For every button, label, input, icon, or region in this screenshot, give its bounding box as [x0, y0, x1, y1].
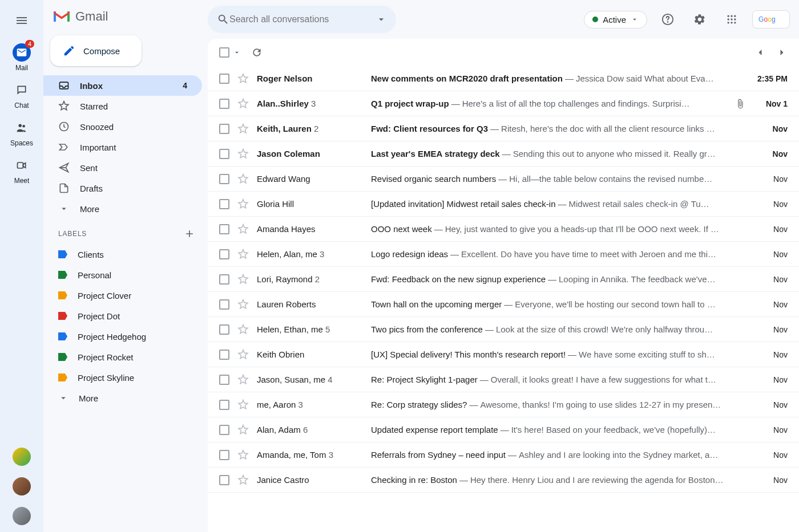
nav-more[interactable]: More	[43, 198, 202, 219]
email-row[interactable]: Amanda, me, Tom 3 Referrals from Sydney …	[208, 442, 799, 468]
sender: Amanda Hayes	[257, 224, 363, 234]
google-account-button[interactable]: Goog	[752, 10, 790, 29]
label-clients[interactable]: Clients	[43, 244, 208, 265]
row-checkbox[interactable]	[219, 149, 229, 159]
search-bar[interactable]	[208, 6, 396, 33]
label-personal[interactable]: Personal	[43, 265, 208, 285]
logo[interactable]: Gmail	[43, 5, 208, 35]
rail-meet[interactable]: Meet	[5, 152, 39, 189]
snippet: Sending this out to anyone who missed it…	[513, 149, 716, 159]
status-avatar-3[interactable]	[13, 507, 31, 525]
email-row[interactable]: Roger Nelson New comments on MCR2020 dra…	[208, 66, 799, 91]
label-project-clover[interactable]: Project Clover	[43, 285, 208, 306]
select-all[interactable]	[219, 47, 241, 58]
label-tag-icon	[58, 291, 67, 299]
select-all-checkbox[interactable]	[219, 47, 229, 58]
row-checkbox[interactable]	[219, 375, 229, 385]
star-icon[interactable]	[237, 98, 249, 109]
row-checkbox[interactable]	[219, 350, 229, 360]
date: Nov	[753, 325, 788, 334]
email-row[interactable]: me, Aaron 3 Re: Corp strategy slides? — …	[208, 392, 799, 417]
star-icon[interactable]	[237, 324, 249, 335]
rail-spaces[interactable]: Spaces	[5, 114, 39, 152]
star-icon[interactable]	[237, 374, 249, 385]
star-icon[interactable]	[237, 224, 249, 235]
search-input[interactable]	[229, 14, 376, 25]
row-checkbox[interactable]	[219, 400, 229, 410]
nav-sent[interactable]: Sent	[43, 157, 202, 178]
row-checkbox[interactable]	[219, 425, 229, 435]
email-row[interactable]: Janice Castro Checking in re: Boston — H…	[208, 468, 799, 493]
search-options-icon[interactable]	[376, 14, 387, 25]
row-checkbox[interactable]	[219, 299, 229, 310]
nav-snoozed[interactable]: Snoozed	[43, 116, 202, 137]
star-icon[interactable]	[237, 173, 249, 185]
star-icon[interactable]	[237, 424, 249, 436]
email-row[interactable]: Edward Wang Revised organic search numbe…	[208, 166, 799, 192]
status-avatar-1[interactable]	[13, 448, 31, 466]
help-button[interactable]	[656, 8, 679, 31]
row-checkbox[interactable]	[219, 74, 229, 84]
email-row[interactable]: Jason Coleman Last year's EMEA strategy …	[208, 141, 799, 166]
rail-chat[interactable]: Chat	[5, 76, 39, 114]
rail-mail[interactable]: Mail4	[5, 39, 39, 76]
refresh-button[interactable]	[251, 47, 263, 58]
email-row[interactable]: Lori, Raymond 2 Fwd: Feedback on the new…	[208, 267, 799, 292]
row-checkbox[interactable]	[219, 274, 229, 285]
row-checkbox[interactable]	[219, 324, 229, 335]
main-menu-button[interactable]	[8, 7, 35, 34]
compose-button[interactable]: Compose	[50, 35, 142, 66]
add-label-button[interactable]	[184, 228, 195, 239]
row-checkbox[interactable]	[219, 174, 229, 184]
email-row[interactable]: Jason, Susan, me 4 Re: Project Skylight …	[208, 367, 799, 392]
star-icon[interactable]	[237, 249, 249, 260]
message-line: Revised organic search numbers — Hi, all…	[371, 174, 745, 184]
row-checkbox[interactable]	[219, 199, 229, 209]
label-project-dot[interactable]: Project Dot	[43, 306, 208, 326]
row-checkbox[interactable]	[219, 450, 229, 460]
row-checkbox[interactable]	[219, 249, 229, 259]
label-project-skyline[interactable]: Project Skyline	[43, 367, 208, 388]
settings-button[interactable]	[688, 8, 711, 31]
email-row[interactable]: Keith Obrien [UX] Special delivery! This…	[208, 342, 799, 367]
star-icon[interactable]	[237, 123, 249, 135]
nav-starred[interactable]: Starred	[43, 96, 202, 116]
label-project-rocket[interactable]: Project Rocket	[43, 347, 208, 367]
svg-point-14	[734, 18, 736, 20]
label-project-hedgehog[interactable]: Project Hedgehog	[43, 326, 208, 347]
prev-page-button[interactable]	[754, 47, 766, 58]
row-checkbox[interactable]	[219, 99, 229, 109]
apps-button[interactable]	[720, 8, 743, 31]
star-icon[interactable]	[237, 299, 249, 310]
email-row[interactable]: Keith, Lauren 2 Fwd: Client resources fo…	[208, 116, 799, 141]
svg-point-17	[734, 22, 736, 23]
star-icon[interactable]	[237, 274, 249, 285]
next-page-button[interactable]	[776, 47, 788, 58]
nav-drafts[interactable]: Drafts	[43, 178, 202, 198]
status-chip[interactable]: Active	[584, 11, 647, 29]
star-icon[interactable]	[237, 349, 249, 360]
label-more[interactable]: More	[43, 388, 208, 408]
status-avatar-2[interactable]	[13, 477, 31, 496]
email-row[interactable]: Alan, Adam 6 Updated expense report temp…	[208, 417, 799, 442]
clock-icon	[58, 121, 70, 132]
email-row[interactable]: Helen, Alan, me 3 Logo redesign ideas — …	[208, 242, 799, 267]
star-icon[interactable]	[237, 148, 249, 160]
star-icon[interactable]	[237, 474, 249, 486]
nav-inbox[interactable]: Inbox4	[43, 75, 202, 96]
email-row[interactable]: Alan..Shirley 3 Q1 project wrap-up — Her…	[208, 91, 799, 116]
email-row[interactable]: Amanda Hayes OOO next week — Hey, just w…	[208, 217, 799, 242]
message-line: Referrals from Sydney – need input — Ash…	[371, 450, 745, 460]
row-checkbox[interactable]	[219, 475, 229, 485]
row-checkbox[interactable]	[219, 124, 229, 134]
star-icon[interactable]	[237, 399, 249, 411]
email-row[interactable]: Lauren Roberts Town hall on the upcoming…	[208, 292, 799, 317]
chevron-down-icon[interactable]	[233, 48, 241, 56]
nav-important[interactable]: Important	[43, 137, 202, 157]
row-checkbox[interactable]	[219, 224, 229, 234]
email-row[interactable]: Helen, Ethan, me 5 Two pics from the con…	[208, 317, 799, 342]
email-row[interactable]: Gloria Hill [Updated invitation] Midwest…	[208, 192, 799, 217]
star-icon[interactable]	[237, 73, 249, 84]
star-icon[interactable]	[237, 198, 249, 210]
star-icon[interactable]	[237, 449, 249, 461]
